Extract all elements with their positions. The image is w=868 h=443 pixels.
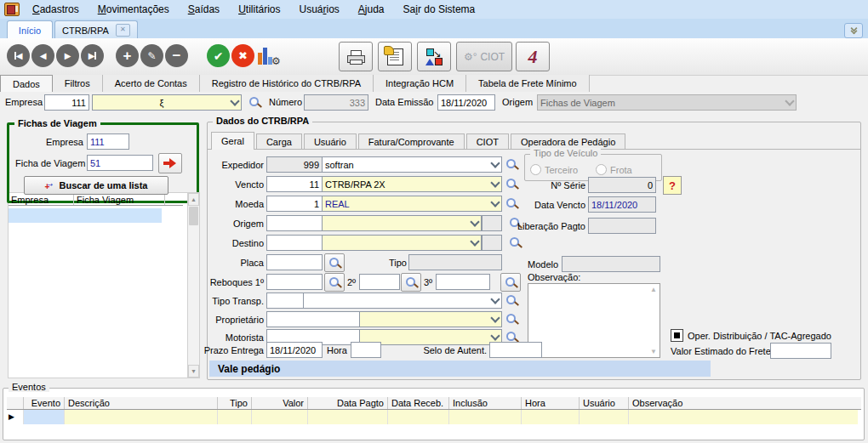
- ficha-de-viagem-input[interactable]: 51: [87, 155, 153, 171]
- scroll-down-icon[interactable]: ▼: [650, 348, 657, 355]
- placa-input[interactable]: [266, 254, 323, 270]
- tab-dados[interactable]: Dados: [0, 75, 53, 92]
- motorista-label: Motorista: [199, 332, 264, 343]
- tab-overflow-button[interactable]: [844, 23, 863, 38]
- tab-inicio[interactable]: Início: [7, 20, 53, 39]
- search-icon[interactable]: [505, 158, 518, 171]
- radio-frota[interactable]: Frota: [596, 164, 632, 175]
- reboque2-input[interactable]: [359, 274, 400, 290]
- tab-geral[interactable]: Geral: [211, 132, 254, 150]
- tab-integracao-hcm[interactable]: Integração HCM: [374, 75, 466, 92]
- tab-ctrb-rpa[interactable]: CTRB/RPA ✕: [54, 20, 138, 39]
- liberacao-pagto-input: [588, 218, 656, 234]
- tipo-transp-combo[interactable]: [303, 292, 502, 309]
- origem-combo[interactable]: [322, 215, 482, 231]
- tab-fatura-comprovante[interactable]: Fatura/Comprovante: [358, 133, 465, 150]
- search-icon[interactable]: [505, 294, 518, 307]
- fichas-empresa-input[interactable]: 111: [87, 133, 129, 150]
- empresa-header-input[interactable]: 111: [44, 94, 89, 111]
- confirm-button[interactable]: ✔: [207, 44, 230, 67]
- fichas-scrollbar[interactable]: ▲ ▼: [187, 192, 200, 378]
- first-record-button[interactable]: ◀: [7, 44, 30, 67]
- search-icon[interactable]: [248, 96, 261, 109]
- document-button[interactable]: [378, 42, 412, 71]
- cancel-button[interactable]: ✖: [231, 44, 254, 67]
- vencto-combo[interactable]: CTRB/RPA 2X: [322, 176, 502, 192]
- close-tab-icon[interactable]: ✕: [116, 24, 130, 37]
- tab-acerto-de-contas[interactable]: Acerto de Contas: [103, 75, 200, 92]
- reboque1-search-button[interactable]: [324, 273, 345, 292]
- search-icon[interactable]: [505, 178, 518, 190]
- print-button[interactable]: [339, 42, 373, 71]
- scrollbar-thumb[interactable]: [189, 207, 198, 225]
- search-icon[interactable]: [505, 197, 518, 210]
- brand-logo-button[interactable]: 4: [516, 42, 550, 71]
- moeda-code-input[interactable]: 1: [266, 196, 323, 212]
- menu-cadastros[interactable]: Cadastros: [23, 3, 89, 15]
- tab-filtros[interactable]: Filtros: [53, 75, 103, 92]
- last-record-button[interactable]: ▶: [81, 44, 104, 67]
- buscar-de-uma-lista-button[interactable]: Buscar de uma lista: [24, 176, 168, 195]
- reboque3-input[interactable]: [436, 274, 490, 290]
- menu-saidas[interactable]: Saídas: [179, 3, 229, 15]
- help-button[interactable]: ?: [663, 176, 682, 195]
- destino-code-input[interactable]: [266, 235, 323, 251]
- observacao-textarea[interactable]: ▲ ▼: [528, 283, 660, 358]
- search-icon[interactable]: [509, 236, 522, 249]
- moeda-combo[interactable]: REAL: [322, 196, 502, 212]
- export-flow-button[interactable]: ↘: [417, 42, 451, 71]
- prazo-entrega-input[interactable]: 18/11/2020: [266, 342, 323, 358]
- reboque1-input[interactable]: [266, 274, 323, 290]
- add-record-button[interactable]: +: [116, 44, 139, 67]
- oper-distribuicao-checkbox[interactable]: Oper. Distribuição / TAC-Agregado: [671, 329, 831, 342]
- edit-record-button[interactable]: ✎: [140, 44, 163, 67]
- checkbox-icon: [671, 329, 683, 342]
- menu-usuarios[interactable]: Usuários: [289, 3, 348, 15]
- tab-tabela-frete-minimo[interactable]: Tabela de Frete Mínimo: [466, 75, 590, 92]
- hora-input[interactable]: [351, 342, 381, 358]
- valor-frete-input[interactable]: [770, 343, 831, 359]
- data-emissao-input[interactable]: 18/11/2020: [437, 94, 495, 111]
- tab-registro-historico[interactable]: Registro de Histórico do CTRB/RPA: [200, 75, 374, 92]
- row-marker-icon: ▶: [7, 410, 24, 424]
- menu-sair-do-sistema[interactable]: Sair do Sistema: [394, 3, 485, 15]
- ciot-button[interactable]: ⚙° CIOT: [456, 42, 512, 71]
- vencto-code-input[interactable]: 11: [266, 176, 323, 192]
- menu-ajuda[interactable]: Ajuda: [349, 3, 394, 15]
- menu-utilitarios[interactable]: Utilitários: [229, 3, 289, 15]
- tab-usuario[interactable]: Usuário: [304, 133, 357, 150]
- vale-pedagio-header[interactable]: Vale pedágio: [209, 361, 711, 377]
- previous-record-button[interactable]: ◀: [31, 44, 54, 67]
- placa-search-button[interactable]: [324, 253, 345, 272]
- search-icon[interactable]: [505, 313, 518, 326]
- scroll-up-icon[interactable]: ▲: [650, 286, 657, 293]
- ciot-button-label: CIOT: [480, 51, 505, 63]
- eventos-row[interactable]: ▶: [7, 410, 861, 424]
- selo-autent-input[interactable]: [489, 342, 542, 358]
- proprietario-combo[interactable]: [359, 311, 502, 327]
- menu-movimentacoes[interactable]: Movimentações: [89, 3, 179, 15]
- tab-carga[interactable]: Carga: [256, 133, 302, 150]
- scroll-down-icon[interactable]: ▼: [188, 365, 199, 378]
- fichas-group-title: Fichas de Viagem: [14, 118, 100, 128]
- tipo-transp-code-input[interactable]: [266, 292, 304, 309]
- destino-combo[interactable]: [322, 235, 482, 251]
- proprietario-code-input[interactable]: [266, 311, 360, 327]
- fichas-selected-row[interactable]: [9, 208, 162, 223]
- delete-record-button[interactable]: −: [165, 44, 188, 67]
- reboque2-search-button[interactable]: [401, 273, 421, 292]
- evento-cell[interactable]: [24, 410, 65, 424]
- col-usuario: Usuário: [580, 397, 629, 409]
- next-record-button[interactable]: ▶: [56, 44, 79, 67]
- arrows-icon: [45, 180, 55, 190]
- radio-terceiro[interactable]: Terceiro: [530, 164, 578, 175]
- goto-ficha-button[interactable]: [158, 153, 182, 173]
- chart-button[interactable]: ⚙: [258, 46, 281, 65]
- valor-frete-label: Valor Estimado do Frete: [671, 346, 771, 356]
- reboque3-search-button[interactable]: [500, 273, 521, 292]
- empresa-header-combo[interactable]: ξ: [92, 94, 242, 111]
- origem-code-input[interactable]: [266, 215, 323, 231]
- scroll-up-icon[interactable]: ▲: [188, 193, 199, 206]
- tab-ciot[interactable]: CIOT: [466, 133, 509, 150]
- expedidor-combo[interactable]: softran: [322, 156, 502, 173]
